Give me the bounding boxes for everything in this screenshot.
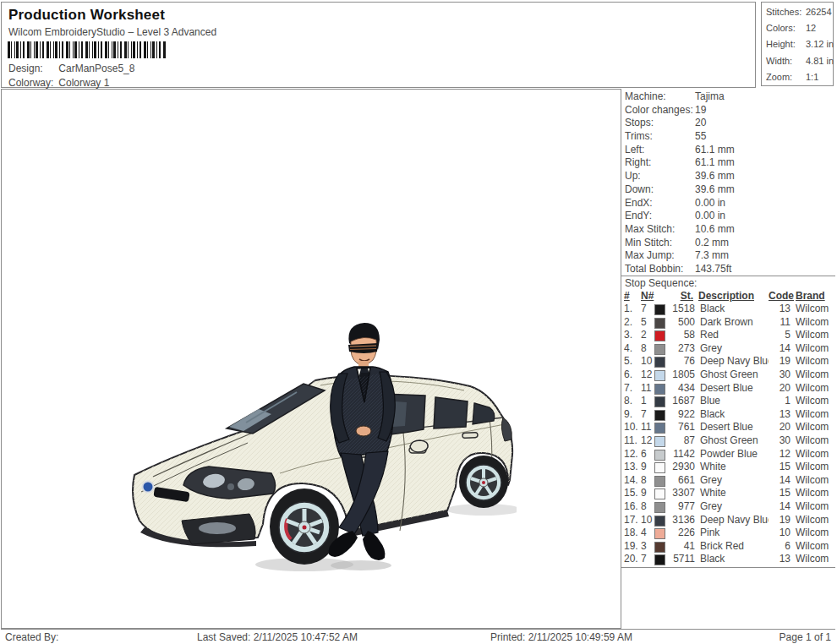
- machine-info-value: 55: [695, 130, 706, 142]
- stop-sequence-row: 9. 7 922 Black 13 Wilcom: [621, 408, 835, 422]
- machine-info-row: Up:39.6 mm: [621, 170, 835, 183]
- needle-number: 9: [641, 487, 654, 500]
- thread-code: 6: [769, 540, 790, 554]
- machine-info-row: Max Stitch:10.6 mm: [621, 223, 835, 237]
- table-end-line: [621, 567, 835, 568]
- stop-sequence-row: 1. 7 1518 Black 13 Wilcom: [621, 303, 835, 316]
- stitch-count: 1142: [667, 448, 695, 461]
- thread-brand: Wilcom: [790, 355, 835, 368]
- stop-sequence-row: 7. 11 434 Desert Blue 20 Wilcom: [621, 382, 835, 396]
- footer: Created By: Last Saved: 2/11/2025 10:47:…: [1, 629, 835, 644]
- design-stats-panel: Stitches:26254 Colors:12 Height:3.12 in …: [761, 2, 834, 86]
- thread-brand: Wilcom: [790, 500, 835, 514]
- rear-door-window: [434, 397, 468, 428]
- thread-brand: Wilcom: [790, 421, 835, 434]
- col-needle: N#: [641, 290, 654, 303]
- machine-info-row: Trims:55: [621, 130, 835, 144]
- needle-number: 2: [641, 329, 654, 342]
- machine-info-value: 39.6 mm: [695, 183, 735, 195]
- needle-number: 9: [641, 461, 654, 474]
- machine-info-row: EndX:0.00 in: [621, 197, 835, 210]
- stat-label: Width:: [766, 53, 806, 69]
- needle-number: 7: [641, 408, 654, 422]
- page-indicator: Page 1 of 1: [780, 631, 831, 643]
- machine-info-value: 61.1 mm: [695, 144, 735, 156]
- machine-info-value: 20: [695, 117, 706, 128]
- machine-info-value: 0.00 in: [695, 210, 725, 221]
- rear-wheel: [459, 456, 508, 508]
- needle-number: 8: [641, 474, 654, 488]
- brand-badge: [143, 482, 154, 493]
- machine-info-row: Down:39.6 mm: [621, 183, 835, 197]
- last-saved-label: Last Saved: 2/11/2025 10:47:52 AM: [197, 631, 358, 643]
- needle-number: 4: [641, 527, 654, 540]
- stat-label: Height:: [766, 36, 806, 52]
- thread-description: Ghost Green: [695, 434, 769, 448]
- stop-sequence-row: 5. 10 76 Deep Navy Blue 19 Wilcom: [621, 355, 835, 368]
- thread-code: 12: [769, 448, 790, 461]
- thread-code: 14: [769, 474, 790, 488]
- row-number: 12.: [624, 448, 641, 461]
- shoe: [363, 531, 385, 560]
- thread-description: Desert Blue: [695, 382, 769, 396]
- thread-description: Blue: [695, 395, 769, 408]
- row-number: 19.: [624, 540, 641, 554]
- stat-row: Width:4.81 in: [762, 53, 833, 69]
- needle-number: 5: [641, 316, 654, 330]
- thread-description: White: [695, 461, 769, 474]
- production-worksheet-page: Production Worksheet Wilcom EmbroiderySt…: [0, 0, 837, 644]
- stop-sequence-row: 2. 5 500 Dark Brown 11 Wilcom: [621, 316, 835, 330]
- stitch-count: 41: [667, 540, 695, 554]
- thread-color-swatch: [654, 410, 665, 421]
- col-swatch-spacer: [654, 292, 664, 301]
- needle-number: 10: [641, 514, 654, 527]
- stitch-count: 3307: [667, 487, 695, 500]
- stop-sequence-row: 8. 1 1687 Blue 1 Wilcom: [621, 395, 835, 408]
- thread-code: 1: [769, 395, 790, 408]
- thread-description: Dark Brown: [695, 316, 769, 330]
- stat-label: Colors:: [766, 20, 806, 36]
- stop-sequence-row: 10. 11 761 Desert Blue 20 Wilcom: [621, 421, 835, 434]
- needle-number: 11: [641, 382, 654, 396]
- thread-color-swatch: [654, 554, 665, 565]
- machine-info-row: Stops:20: [621, 117, 835, 130]
- printed-label: Printed: 2/11/2025 10:49:59 AM: [490, 631, 632, 643]
- needle-number: 10: [641, 355, 654, 368]
- stat-row: Stitches:26254: [762, 4, 833, 20]
- thread-color-swatch: [654, 476, 665, 487]
- row-number: 9.: [624, 408, 641, 422]
- machine-info-row: Right:61.1 mm: [621, 156, 835, 170]
- col-description: Description: [693, 290, 769, 303]
- thread-code: 30: [769, 368, 790, 382]
- col-stitches: St.: [665, 290, 693, 303]
- thread-description: Grey: [695, 342, 769, 356]
- machine-info-label: Left:: [625, 144, 695, 157]
- stat-value: 26254: [806, 7, 832, 17]
- colorway-value: Colorway 1: [58, 77, 109, 89]
- thread-code: 20: [769, 382, 790, 396]
- row-number: 20.: [624, 553, 641, 566]
- machine-info-label: Color changes:: [625, 104, 695, 117]
- thread-brand: Wilcom: [790, 382, 835, 396]
- stop-sequence-row: 20. 7 5711 Black 13 Wilcom: [621, 553, 835, 566]
- needle-number: 7: [641, 553, 654, 566]
- thread-code: 15: [769, 487, 790, 500]
- stat-value: 1:1: [806, 72, 818, 82]
- machine-info-value: 143.75ft: [695, 263, 731, 275]
- thread-color-swatch: [654, 318, 665, 329]
- stop-sequence-row: 14. 8 661 Grey 14 Wilcom: [621, 474, 835, 488]
- stitch-count: 76: [667, 355, 695, 368]
- machine-info-row: EndY:0.00 in: [621, 210, 835, 223]
- row-number: 8.: [624, 395, 641, 408]
- thread-color-swatch: [654, 423, 665, 434]
- thread-code: 14: [769, 342, 790, 356]
- thread-color-swatch: [654, 528, 665, 539]
- thread-code: 15: [769, 461, 790, 474]
- machine-info-label: Right:: [625, 156, 695, 170]
- thread-description: White: [695, 487, 769, 500]
- thread-color-swatch: [654, 357, 665, 368]
- stitch-count: 58: [667, 329, 695, 342]
- thread-description: Deep Navy Blue: [695, 514, 769, 527]
- thread-description: Grey: [695, 500, 769, 514]
- stat-row: Height:3.12 in: [762, 36, 833, 52]
